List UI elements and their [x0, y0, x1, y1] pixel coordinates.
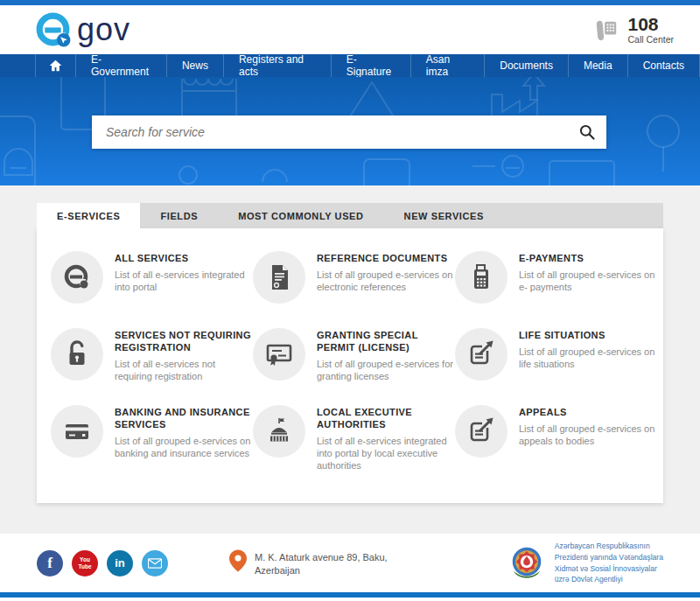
- service-title: LIFE SITUATIONS: [519, 330, 657, 342]
- linkedin-button[interactable]: in: [107, 550, 133, 577]
- youtube-button[interactable]: You Tube: [72, 550, 98, 577]
- service-title: BANKING AND INSURANCE SERVICES: [115, 407, 253, 431]
- nav-item-e-government[interactable]: E-Government: [75, 54, 166, 77]
- services-grid: ALL SERVICES List of all e-services inte…: [37, 228, 663, 482]
- service-description: List of all grouped e-services on electr…: [317, 269, 455, 294]
- location-pin-icon: [229, 549, 247, 572]
- address-line-2: Azerbaijan: [255, 564, 388, 577]
- azerbaijan-emblem-icon: [507, 543, 547, 584]
- service-item-e-payments[interactable]: E-PAYMENTS List of all grouped e-service…: [455, 251, 657, 328]
- phone-icon: [593, 17, 620, 42]
- service-title: APPEALS: [519, 407, 657, 419]
- search-icon: [578, 123, 596, 141]
- tab-e-services[interactable]: E-SERVICES: [37, 203, 140, 228]
- nav-item-e-signature[interactable]: E-Signature: [331, 54, 410, 77]
- nav-item-news[interactable]: News: [166, 54, 223, 77]
- compose-note-icon: [466, 416, 497, 447]
- bottom-accent-bar: [0, 592, 700, 598]
- agency-line-4: üzrə Dövlət Agentliyi: [555, 574, 663, 585]
- tab-new-services[interactable]: NEW SERVICES: [384, 203, 504, 228]
- services-card: ALL SERVICES List of all e-services inte…: [37, 228, 663, 503]
- service-title: GRANTING SPECIAL PERMIT (LICENSE): [317, 330, 455, 354]
- service-description: List of all grouped e-services on bankin…: [115, 435, 253, 460]
- nav-item-media[interactable]: Media: [568, 54, 627, 77]
- home-icon: [49, 59, 62, 72]
- service-item-local-executive[interactable]: LOCAL EXECUTIVE AUTHORITIES List of all …: [253, 405, 455, 482]
- service-description: List of all grouped e-services for grant…: [317, 358, 455, 383]
- open-padlock-icon: [61, 339, 93, 370]
- hero-banner: [0, 77, 700, 185]
- agency-line-2: Prezidenti yanında Vətəndaşlara: [555, 552, 663, 563]
- service-title: SERVICES NOT REQUIRING REGISTRATION: [115, 330, 253, 354]
- nav-item-registers-and-acts[interactable]: Registers and acts: [223, 54, 331, 77]
- service-description: List of all e-services integrated into p…: [317, 435, 455, 472]
- service-item-special-permit[interactable]: GRANTING SPECIAL PERMIT (LICENSE) List o…: [253, 328, 455, 405]
- service-title: ALL SERVICES: [115, 253, 253, 265]
- agency-line-1: Azərbaycan Respublikasının: [555, 541, 663, 552]
- tab-most-commonly-used[interactable]: MOST COMMONLY USED: [218, 203, 383, 228]
- facebook-button[interactable]: f: [37, 550, 63, 577]
- payment-terminal-icon: [466, 262, 497, 293]
- agency-block: Azərbaycan Respublikasının Prezidenti ya…: [507, 541, 663, 586]
- call-center-label: Call Center: [627, 34, 674, 45]
- tab-fields[interactable]: FIELDS: [140, 203, 218, 228]
- government-building-icon: [263, 416, 295, 447]
- site-header: gov 108 Call Center: [0, 5, 700, 54]
- service-description: List of all e-services integrated into p…: [115, 269, 253, 294]
- compose-note-icon: [466, 339, 497, 370]
- site-footer: f You Tube in M. K. Ataturk avenue 89, B…: [0, 534, 700, 592]
- service-item-no-registration[interactable]: SERVICES NOT REQUIRING REGISTRATION List…: [51, 328, 253, 405]
- email-button[interactable]: [142, 550, 168, 577]
- service-tabs: E-SERVICES FIELDS MOST COMMONLY USED NEW…: [37, 203, 663, 228]
- service-item-appeals[interactable]: APPEALS List of all grouped e-services o…: [455, 405, 657, 482]
- service-description: List of all grouped e-services on e- pay…: [519, 269, 657, 294]
- nav-item-asan-imza[interactable]: Asan imza: [410, 54, 485, 77]
- certificate-icon: [262, 339, 296, 370]
- agency-line-3: Xidmət və Sosial İnnovasiyalar: [555, 563, 663, 575]
- nav-home[interactable]: [35, 54, 75, 77]
- service-title: LOCAL EXECUTIVE AUTHORITIES: [317, 407, 455, 431]
- envelope-icon: [148, 558, 162, 569]
- service-description: List of all grouped e-services on appeal…: [519, 423, 657, 448]
- main-nav: E-Government News Registers and acts E-S…: [0, 54, 700, 77]
- facebook-icon: f: [47, 555, 52, 572]
- service-title: E-PAYMENTS: [519, 253, 657, 265]
- address-block: M. K. Ataturk avenue 89, Baku, Azerbaija…: [229, 549, 452, 577]
- credit-card-icon: [60, 416, 94, 447]
- youtube-icon: You Tube: [76, 556, 94, 569]
- service-title: REFERENCE DOCUMENTS: [317, 253, 455, 265]
- egov-logo[interactable]: gov: [33, 10, 130, 51]
- egov-logo-icon: [33, 10, 74, 51]
- address-line-1: M. K. Ataturk avenue 89, Baku,: [255, 551, 388, 564]
- service-description: List of all grouped e-services on life s…: [519, 346, 657, 371]
- call-center: 108 Call Center: [593, 15, 674, 45]
- service-item-all-services[interactable]: ALL SERVICES List of all e-services inte…: [51, 251, 253, 328]
- main-content: E-SERVICES FIELDS MOST COMMONLY USED NEW…: [0, 185, 700, 534]
- social-links: f You Tube in: [37, 550, 229, 577]
- egov-logo-icon: [61, 262, 93, 293]
- nav-item-contacts[interactable]: Contacts: [627, 54, 700, 77]
- reference-document-icon: [263, 262, 295, 293]
- logo-wordmark: gov: [77, 14, 130, 45]
- search-button[interactable]: [568, 115, 606, 149]
- service-item-banking-insurance[interactable]: BANKING AND INSURANCE SERVICES List of a…: [51, 405, 253, 482]
- service-item-life-situations[interactable]: LIFE SITUATIONS List of all grouped e-se…: [455, 328, 657, 405]
- call-center-number: 108: [627, 15, 658, 34]
- search-input[interactable]: [92, 115, 568, 149]
- service-search-bar: [92, 115, 606, 149]
- linkedin-icon: in: [115, 556, 125, 570]
- service-description: List of all e-services not requiring reg…: [115, 358, 253, 383]
- nav-item-documents[interactable]: Documents: [484, 54, 568, 77]
- service-item-reference-documents[interactable]: REFERENCE DOCUMENTS List of all grouped …: [253, 251, 455, 328]
